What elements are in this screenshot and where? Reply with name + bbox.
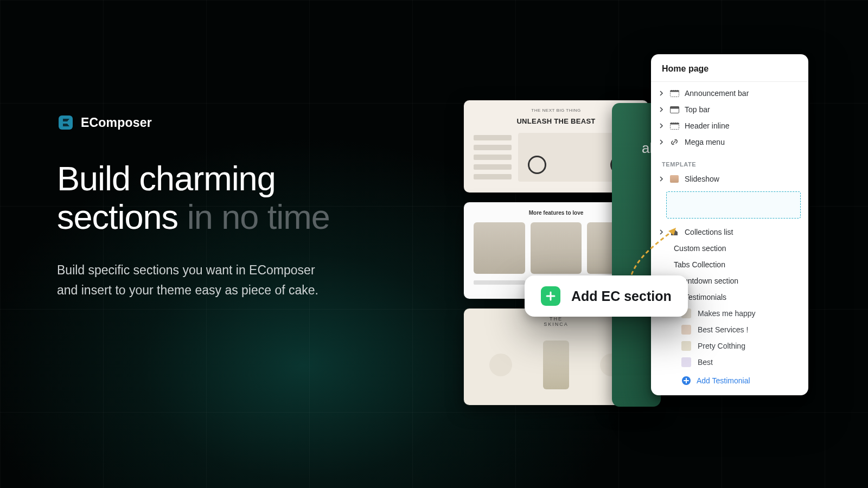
sections-panel: Home page Announcement bar Top bar Heade… [651, 54, 808, 395]
section-item-label: Collections list [685, 228, 733, 236]
panel-title: Home page [651, 54, 808, 82]
section-item-tabs-collection[interactable]: Tabs Collection [651, 256, 808, 273]
headline: Build charming sections in no time [57, 159, 437, 236]
hero-section: EComposer Build charming sections in no … [57, 114, 437, 300]
svg-rect-4 [670, 106, 679, 108]
section-item-collections-list[interactable]: Collections list [651, 224, 808, 240]
layout-top-icon [669, 89, 679, 97]
section-item-label: Mega menu [685, 138, 725, 146]
headline-line1: Build charming [57, 159, 276, 197]
add-testimonial-link[interactable]: Add Testimonial [651, 370, 808, 389]
testimonial-item[interactable]: Best Services ! [651, 322, 808, 338]
testimonial-label: Best [698, 358, 713, 367]
section-item-mega-menu[interactable]: Mega menu [651, 134, 808, 150]
description: Build specific sections you want in ECom… [57, 260, 339, 300]
chevron-right-icon [659, 123, 664, 129]
plus-icon [541, 286, 560, 306]
brand-logo-icon [57, 114, 74, 131]
section-item-label: Custom section [674, 244, 726, 253]
thumb-title: UNLEASH THE BEAST [516, 117, 595, 125]
testimonial-item[interactable]: Best [651, 354, 808, 370]
image-icon [669, 175, 679, 183]
thumbnail-icon [681, 325, 691, 335]
house-icon [669, 228, 679, 236]
section-item-label: Testimonials [685, 293, 726, 301]
section-item-announcement-bar[interactable]: Announcement bar [651, 85, 808, 101]
add-ec-section-label: Add EC section [571, 288, 672, 304]
section-item-custom-section[interactable]: Custom section [651, 240, 808, 256]
section-item-label: Header inline [685, 121, 730, 130]
layout-top-icon [669, 106, 679, 113]
section-item-label: Tabs Collection [674, 260, 725, 269]
section-item-label: Slideshow [685, 175, 719, 183]
add-ec-section-chip[interactable]: Add EC section [525, 275, 688, 317]
add-testimonial-label: Add Testimonial [697, 376, 750, 385]
plus-circle-icon [681, 376, 691, 386]
template-section-header: TEMPLATE [651, 153, 808, 171]
chevron-right-icon [659, 91, 664, 96]
svg-rect-2 [670, 90, 679, 92]
headline-line2-strong: sections [57, 198, 178, 236]
svg-rect-0 [59, 115, 73, 130]
svg-rect-6 [670, 123, 679, 124]
testimonial-label: Makes me happy [698, 309, 756, 318]
chevron-right-icon [659, 107, 664, 112]
chevron-right-icon [659, 176, 664, 182]
thumb-kicker: THE NEXT BIG THING [531, 108, 580, 113]
section-dropzone[interactable] [666, 191, 801, 219]
section-item-label: Announcement bar [685, 89, 749, 98]
brand-name: EComposer [81, 115, 152, 130]
thumbnail-icon [681, 357, 691, 367]
section-item-label: Top bar [685, 105, 710, 114]
chevron-right-icon [659, 139, 664, 145]
brand: EComposer [57, 114, 437, 131]
link-icon [669, 138, 679, 146]
section-item-slideshow[interactable]: Slideshow [651, 171, 808, 187]
testimonial-label: Prety Colthing [698, 342, 745, 350]
section-item-header-inline[interactable]: Header inline [651, 118, 808, 134]
testimonial-label: Best Services ! [698, 325, 748, 334]
headline-line2-dim: in no time [178, 198, 330, 236]
testimonial-item[interactable]: Prety Colthing [651, 338, 808, 354]
section-item-top-bar[interactable]: Top bar [651, 101, 808, 118]
layout-top-icon [669, 122, 679, 130]
thumbnail-icon [681, 341, 691, 351]
chevron-right-icon [659, 229, 664, 235]
header-section-items: Announcement bar Top bar Header inline M… [651, 82, 808, 153]
